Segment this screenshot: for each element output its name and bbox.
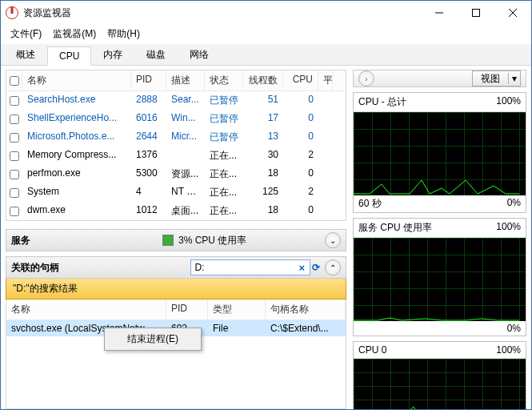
cell-pid: 6016 [131,110,166,128]
hcol-hname[interactable]: 句柄名称 [266,299,346,320]
handles-search-input[interactable] [190,259,310,275]
cell-status: 正在... [205,183,243,202]
hcol-pid[interactable]: PID [166,299,208,320]
hcol-name[interactable]: 名称 [6,299,166,320]
services-cpu-text: 3% CPU 使用率 [178,234,325,247]
process-row[interactable]: System4NT K...正在...1252 [6,183,346,202]
cell-threads: 18 [243,165,283,183]
cell-name: ShellExperienceHo... [22,110,131,128]
tab-overview[interactable]: 概述 [4,44,47,65]
context-end-process[interactable]: 结束进程(E) [105,328,201,350]
graph-services-cpu: 服务 CPU 使用率 100% 0% [353,218,526,336]
col-threads[interactable]: 线程数 [243,70,283,90]
window-title: 资源监视器 [23,6,421,20]
menu-help[interactable]: 帮助(H) [102,26,145,42]
hcol-type[interactable]: 类型 [208,299,266,320]
col-avg[interactable]: 平 [318,70,333,90]
col-status[interactable]: 状态 [205,70,243,90]
expand-services-button[interactable]: ⌄ [325,232,341,248]
tab-cpu[interactable]: CPU [47,46,91,66]
col-checkbox[interactable] [6,70,22,90]
cell-cpu: 0 [283,91,318,110]
minimize-button[interactable] [421,1,458,25]
row-checkbox[interactable] [6,110,22,128]
cell-avg [318,91,333,110]
process-row[interactable]: Memory Compress...1376正在...302 [6,147,346,165]
view-dropdown-icon[interactable]: ▾ [508,73,520,84]
cell-avg [318,183,333,202]
cell-avg [318,202,333,220]
refresh-icon[interactable]: ⟳ [310,262,322,273]
view-label: 视图 [473,72,508,86]
handles-panel-header: 关联的句柄 × ⟳ ⌃ [6,256,346,279]
g2-right: 100% [496,221,521,235]
cell-status: 已暂停 [205,128,243,147]
process-row[interactable]: dwm.exe1012桌面...正在...180 [6,202,346,220]
services-indicator-icon [162,235,174,246]
cell-pid: 2644 [131,128,166,147]
handles-table: 名称 PID 类型 句柄名称 svchost.exe (LocalSystemN… [6,299,346,409]
services-panel-header[interactable]: 服务 3% CPU 使用率 ⌄ [6,229,346,251]
maximize-button[interactable] [458,1,494,25]
cell-desc [166,147,205,165]
row-checkbox[interactable] [6,183,22,202]
handles-title: 关联的句柄 [11,261,59,275]
col-pid[interactable]: PID [131,70,166,90]
row-checkbox[interactable] [6,91,22,110]
graph-cpu-total: CPU - 总计 100% 60 秒 0% [353,92,526,213]
cell-cpu: 0 [283,202,318,220]
cell-desc: Win... [166,110,205,128]
cell-cpu: 0 [283,128,318,147]
process-table-header: 名称 PID 描述 状态 线程数 CPU 平 [6,70,346,91]
cell-pid: 5300 [131,165,166,183]
process-row[interactable]: Microsoft.Photos.e...2644Micr...已暂停130 [6,128,346,147]
cell-name: System [22,183,131,202]
menu-monitor[interactable]: 监视器(M) [48,26,101,42]
cell-pid: 1376 [131,147,166,165]
graph-cpu0: CPU 0 100% [353,341,526,410]
cell-avg [318,147,333,165]
process-row[interactable]: perfmon.exe5300资源...正在...180 [6,165,346,183]
g3-right: 100% [496,344,521,356]
g2-canvas [354,238,526,321]
row-checkbox[interactable] [6,147,22,165]
cell-desc: Sear... [166,91,205,110]
cell-name: Memory Compress... [22,147,131,165]
hrow-hname: C:\$Extend\... [266,320,346,336]
svg-rect-1 [473,10,480,17]
tab-network[interactable]: 网络 [178,44,221,65]
g3-title: CPU 0 [358,344,386,356]
row-checkbox[interactable] [6,128,22,147]
collapse-right-button[interactable]: › [358,70,374,86]
cell-threads: 51 [243,91,283,110]
col-cpu[interactable]: CPU [283,70,318,90]
cell-name: Microsoft.Photos.e... [22,128,131,147]
process-row[interactable]: SearchHost.exe2888Sear...已暂停510 [6,91,346,110]
clear-search-button[interactable]: × [296,262,307,274]
collapse-handles-button[interactable]: ⌃ [325,259,341,275]
close-button[interactable] [494,1,531,25]
checkbox-all[interactable] [10,76,19,86]
cell-threads: 30 [243,147,283,165]
row-checkbox[interactable] [6,202,22,220]
row-checkbox[interactable] [6,165,22,183]
menubar: 文件(F) 监视器(M) 帮助(H) [1,25,531,42]
cell-cpu: 2 [283,147,318,165]
cell-cpu: 0 [283,165,318,183]
g1-canvas [354,112,526,195]
view-button[interactable]: 视图 ▾ [472,70,521,86]
cell-avg [318,110,333,128]
cell-status: 正在... [205,165,243,183]
cell-name: dwm.exe [22,202,131,220]
tab-disk[interactable]: 磁盘 [134,44,178,65]
cell-threads: 13 [243,128,283,147]
g2-foot-r: 0% [507,323,521,334]
col-desc[interactable]: 描述 [166,70,205,90]
context-menu: 结束进程(E) [104,328,202,351]
tab-memory[interactable]: 内存 [91,44,134,65]
g1-foot-r: 0% [507,197,521,211]
process-row[interactable]: ShellExperienceHo...6016Win...已暂停170 [6,110,346,128]
col-name[interactable]: 名称 [22,70,131,90]
cell-status: 已暂停 [205,91,243,110]
menu-file[interactable]: 文件(F) [6,26,46,42]
